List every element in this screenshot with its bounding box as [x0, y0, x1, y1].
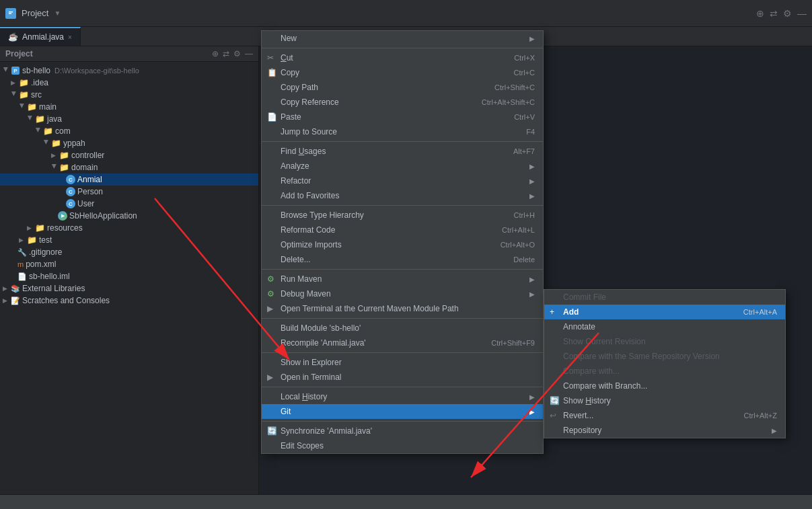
menu-item-refactor[interactable]: Refactor ▶ [262, 173, 543, 188]
header-title[interactable]: Project [22, 8, 48, 18]
menu-item-browse-type[interactable]: Browse Type Hierarchy Ctrl+H [262, 208, 543, 223]
tree-item-pom[interactable]: m pom.xml [0, 258, 258, 270]
tree-item-person[interactable]: C Person [0, 186, 258, 198]
menu-item-show-current-revision[interactable]: Show Current Revision [544, 334, 785, 349]
menu-item-add-to-favorites[interactable]: Add to Favorites ▶ [262, 188, 543, 203]
reformat-shortcut: Ctrl+Alt+L [488, 226, 535, 234]
debug-maven-arrow: ▶ [529, 290, 535, 298]
tab-anmial[interactable]: ☕ Anmial.java × [0, 27, 81, 46]
menu-item-commit-file[interactable]: Commit File [544, 290, 785, 305]
refactor-arrow: ▶ [529, 178, 535, 185]
menu-item-debug-maven[interactable]: ⚙ Debug Maven ▶ [262, 286, 543, 301]
tree-item-domain[interactable]: ▶ 📁 domain [0, 161, 258, 173]
revert-shortcut: Ctrl+Alt+Z [730, 412, 777, 420]
cut-label: Cut [281, 53, 293, 63]
arrow-sb-hello: ▶ [3, 67, 9, 74]
menu-item-compare-branch[interactable]: Compare with Branch... [544, 379, 785, 393]
menu-item-local-history[interactable]: Local History ▶ [262, 389, 543, 404]
external-icon: 📚 [11, 284, 20, 293]
menu-item-revert[interactable]: ↩ Revert... Ctrl+Alt+Z [544, 408, 785, 423]
separator-8 [262, 421, 543, 422]
header-dropdown-icon[interactable]: ▼ [54, 9, 61, 17]
user-label: User [77, 199, 94, 208]
tree-item-gitignore[interactable]: 🔧 .gitignore [0, 246, 258, 258]
gitignore-label: .gitignore [29, 247, 62, 257]
copy-icon: 📋 [267, 68, 277, 77]
tree-item-yppah[interactable]: ▶ 📁 yppah [0, 137, 258, 149]
tab-close-button[interactable]: × [68, 34, 72, 41]
menu-item-paste[interactable]: 📄 Paste Ctrl+V [262, 110, 543, 124]
tree-item-scratches[interactable]: ▶ 📝 Scratches and Consoles [0, 295, 258, 307]
revert-icon: ↩ [550, 411, 556, 420]
menu-item-compare-same[interactable]: Compare with the Same Repository Version [544, 349, 785, 364]
menu-item-recompile[interactable]: Recompile 'Anmial.java' Ctrl+Shift+F9 [262, 336, 543, 350]
menu-item-compare-with[interactable]: Compare with... [544, 364, 785, 379]
menu-item-reformat[interactable]: Reformat Code Ctrl+Alt+L [262, 223, 543, 237]
menu-item-build-module[interactable]: Build Module 'sb-hello' [262, 321, 543, 336]
menu-item-synchronize[interactable]: 🔄 Synchronize 'Anmial.java' [262, 424, 543, 438]
copy-reference-label: Copy Reference [281, 97, 339, 107]
menu-item-open-in-terminal[interactable]: ▶ Open in Terminal [262, 370, 543, 385]
edit-scopes-label: Edit Scopes [281, 441, 324, 451]
sidebar-sync-icon[interactable]: ⇄ [223, 49, 229, 58]
tree-item-resources[interactable]: ▶ 📁 resources [0, 222, 258, 234]
tree-item-src[interactable]: ▶ 📁 src [0, 89, 258, 101]
com-label: com [55, 126, 71, 136]
menu-item-git[interactable]: Git ▶ [262, 404, 543, 419]
menu-item-cut[interactable]: ✂ Cut Ctrl+X [262, 50, 543, 65]
separator-6 [262, 352, 543, 353]
menu-item-copy-reference[interactable]: Copy Reference Ctrl+Alt+Shift+C [262, 95, 543, 110]
tree-item-iml[interactable]: 📄 sb-hello.iml [0, 270, 258, 282]
tree-item-sb-hello[interactable]: ▶ P sb-hello D:\Workspace-git\sb-hello [0, 65, 258, 77]
menu-item-open-terminal-maven[interactable]: ▶ Open Terminal at the Current Maven Mod… [262, 301, 543, 316]
folder-resources-icon: 📁 [35, 223, 45, 233]
menu-item-show-in-explorer[interactable]: Show in Explorer [262, 355, 543, 370]
arrow-java: ▶ [27, 116, 34, 122]
repository-arrow: ▶ [772, 427, 777, 434]
commit-file-label: Commit File [563, 292, 606, 302]
tree-item-user[interactable]: C User [0, 198, 258, 210]
annotate-label: Annotate [563, 322, 595, 331]
menu-item-add[interactable]: + Add Ctrl+Alt+A [544, 305, 785, 319]
tree-item-test[interactable]: ▶ 📁 test [0, 234, 258, 246]
menu-item-find-usages[interactable]: Find Usages Alt+F7 [262, 144, 543, 159]
open-in-terminal-label: Open in Terminal [281, 373, 342, 382]
tree-item-com[interactable]: ▶ 📁 com [0, 125, 258, 137]
sb-hello-label: sb-hello [22, 66, 50, 75]
arrow-resources: ▶ [27, 225, 34, 231]
sync-icon[interactable]: ⇄ [770, 8, 778, 19]
menu-item-copy[interactable]: 📋 Copy Ctrl+C [262, 65, 543, 80]
scratches-label: Scratches and Consoles [22, 296, 110, 305]
tree-item-anmial[interactable]: C Anmial [0, 173, 258, 186]
menu-item-analyze[interactable]: Analyze ▶ [262, 159, 543, 173]
java-label: java [47, 114, 62, 124]
menu-item-show-history[interactable]: 🔄 Show History [544, 393, 785, 408]
tree-item-java[interactable]: ▶ 📁 java [0, 113, 258, 125]
menu-item-new[interactable]: New ▶ [262, 31, 543, 46]
menu-item-jump-to-source[interactable]: Jump to Source F4 [262, 124, 543, 139]
minimize-icon[interactable]: — [797, 8, 807, 19]
menu-item-annotate[interactable]: Annotate [544, 319, 785, 334]
menu-item-optimize[interactable]: Optimize Imports Ctrl+Alt+O [262, 237, 543, 252]
sidebar-gear-icon[interactable]: ⚙ [233, 49, 241, 58]
arrow-test: ▶ [19, 237, 26, 243]
gear-icon[interactable]: ⚙ [783, 8, 792, 19]
menu-item-repository[interactable]: Repository ▶ [544, 423, 785, 438]
add-shortcut: Ctrl+Alt+A [730, 308, 777, 316]
tree-item-sbhelloapplication[interactable]: ▶ SbHelloApplication [0, 210, 258, 222]
sidebar-minus-icon[interactable]: — [245, 49, 253, 58]
browse-type-shortcut: Ctrl+H [501, 211, 535, 219]
sidebar-globe-icon[interactable]: ⊕ [212, 49, 219, 58]
tree-item-controller[interactable]: ▶ 📁 controller [0, 149, 258, 161]
menu-item-run-maven[interactable]: ⚙ Run Maven ▶ [262, 272, 543, 286]
menu-item-delete[interactable]: Delete... Delete [262, 252, 543, 267]
arrow-domain: ▶ [51, 164, 58, 171]
tree-item-external-libraries[interactable]: ▶ 📚 External Libraries [0, 282, 258, 295]
menu-item-copy-path[interactable]: Copy Path Ctrl+Shift+C [262, 80, 543, 95]
git-label: Git [281, 407, 291, 416]
globe-icon[interactable]: ⊕ [756, 8, 764, 19]
menu-item-edit-scopes[interactable]: Edit Scopes [262, 438, 543, 453]
compare-branch-label: Compare with Branch... [563, 381, 647, 391]
tree-item-idea[interactable]: ▶ 📁 .idea [0, 77, 258, 89]
tree-item-main[interactable]: ▶ 📁 main [0, 101, 258, 113]
